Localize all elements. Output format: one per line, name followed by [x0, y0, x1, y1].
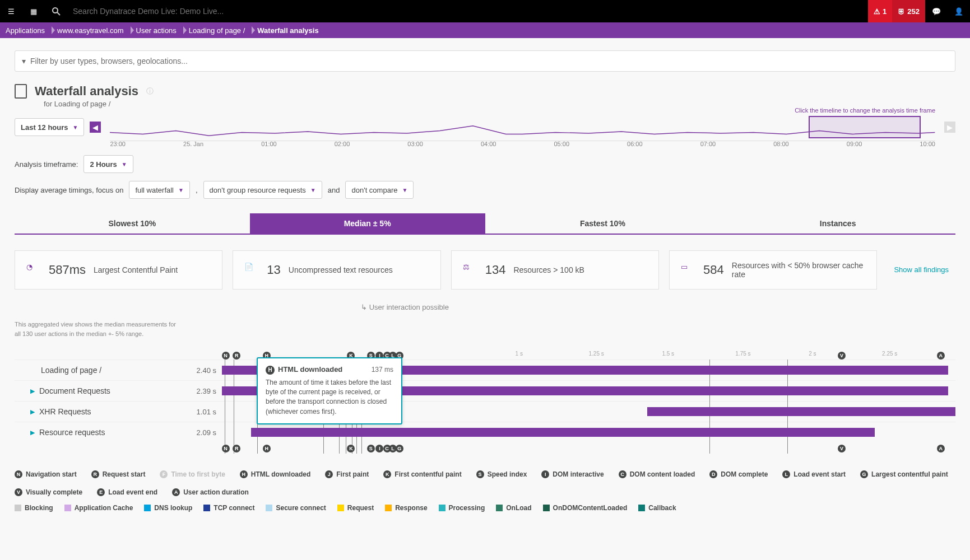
timing-legend-item: CDOM content loaded	[619, 470, 695, 478]
security-indicator[interactable]: ⛨ 252	[892, 0, 925, 22]
summary-card[interactable]: 📄13Uncompressed text resources	[233, 250, 440, 290]
color-swatch	[385, 505, 392, 511]
chat-icon[interactable]: 💬	[925, 0, 948, 22]
compare-dropdown[interactable]: don't compare▼	[345, 181, 414, 199]
color-legend-item: OnDOMContentLoaded	[543, 504, 628, 512]
timing-marker-R[interactable]: R	[233, 445, 240, 452]
color-swatch	[15, 505, 21, 511]
timing-legend-item: VVisually complete	[15, 488, 82, 496]
timing-legend-item: GLargest contentful paint	[860, 470, 948, 478]
breadcrumb-item[interactable]: Loading of page /	[189, 26, 255, 35]
timing-legend-item: LLoad event start	[782, 470, 846, 478]
card-icon: ◔	[26, 263, 41, 277]
focus-dropdown[interactable]: full waterfall▼	[129, 181, 190, 199]
legend-badge: E	[97, 488, 105, 496]
timing-legend-item: NNavigation start	[15, 470, 77, 478]
timing-legend-item: FTime to first byte	[160, 470, 225, 478]
timing-legend-item: JFirst paint	[325, 470, 369, 478]
timing-legend-item: SSpeed index	[476, 470, 527, 478]
alert-icon: ⚠	[874, 7, 880, 16]
timeline-selection[interactable]	[809, 116, 921, 138]
breadcrumb-item[interactable]: User actions	[136, 26, 187, 35]
expand-toggle[interactable]: ▶	[30, 429, 35, 436]
card-value: 13	[267, 263, 280, 277]
breadcrumb: Applicationswww.easytravel.comUser actio…	[0, 22, 970, 38]
problems-indicator[interactable]: ⚠ 1	[868, 0, 892, 22]
color-legend-item: Request	[337, 504, 374, 512]
analysis-tf-label: Analysis timeframe:	[15, 160, 78, 169]
tab-fastest-10-[interactable]: Fastest 10%	[485, 213, 721, 234]
timing-marker-A[interactable]: A	[937, 445, 945, 452]
breadcrumb-item[interactable]: www.easytravel.com	[57, 26, 133, 35]
waterfall-note: This aggregated view shows the median me…	[15, 320, 183, 338]
analysis-tf-value: 2 Hours	[90, 160, 117, 169]
timeline-prev-button[interactable]: ◀	[90, 122, 101, 133]
color-legend-item: Application Cache	[64, 504, 133, 512]
legend-badge: R	[91, 470, 99, 478]
card-value: 134	[485, 263, 506, 277]
breadcrumb-item[interactable]: Applications	[6, 26, 55, 35]
expand-toggle[interactable]: ▶	[30, 388, 35, 395]
timing-marker-H[interactable]: H	[263, 445, 271, 452]
interaction-possible-label: User interaction possible	[361, 303, 449, 311]
legend-badge: V	[15, 488, 22, 496]
timing-legend-item: IDOM interactive	[541, 470, 604, 478]
timing-legend-item: RRequest start	[91, 470, 146, 478]
analysis-timeframe-dropdown[interactable]: 2 Hours ▼	[83, 155, 133, 173]
tab-instances[interactable]: Instances	[720, 213, 955, 234]
search-container	[67, 7, 868, 16]
timeline-next-button[interactable]: ▶	[944, 122, 955, 133]
timing-marker-V[interactable]: V	[838, 445, 846, 452]
legend-badge: H	[240, 470, 248, 478]
summary-card[interactable]: ▭584Resources with < 50% browser cache r…	[669, 250, 877, 290]
mini-timeline[interactable]: Click the timeline to change the analysi…	[110, 116, 935, 138]
tooltip-value: 137 ms	[372, 366, 393, 374]
breadcrumb-item[interactable]: Waterfall analysis	[257, 26, 328, 35]
tooltip-title: HTML downloaded	[278, 365, 342, 374]
expand-toggle[interactable]: ▶	[30, 408, 35, 416]
security-count: 252	[907, 7, 920, 16]
tab-median-5-[interactable]: Median ± 5%	[250, 213, 485, 234]
legend-badge: D	[709, 470, 717, 478]
search-input[interactable]	[73, 7, 297, 16]
color-legend-item: Blocking	[15, 504, 53, 512]
info-icon[interactable]: ⓘ	[146, 86, 154, 96]
summary-card[interactable]: ◔587msLargest Contentful Paint	[15, 250, 222, 290]
problems-count: 1	[883, 7, 887, 16]
card-value: 584	[703, 263, 724, 277]
timing-marker-K[interactable]: K	[347, 445, 355, 452]
filter-bar[interactable]: ▾ Filter by user types, browsers, geoloc…	[15, 50, 955, 72]
summary-card[interactable]: ⚖134Resources > 100 kB	[451, 250, 659, 290]
waterfall-row: ▶XHR Requests1.01 s	[15, 401, 955, 422]
timing-legend-item: HHTML downloaded	[240, 470, 310, 478]
timing-marker-N[interactable]: N	[222, 445, 230, 452]
color-legend-item: Secure connect	[266, 504, 326, 512]
tab-slowest-10-[interactable]: Slowest 10%	[15, 213, 250, 234]
timerange-value: Last 12 hours	[21, 123, 68, 132]
user-menu[interactable]: 👤	[948, 0, 970, 22]
timing-legend-item: KFirst contentful paint	[383, 470, 461, 478]
row-value: 1.01 s	[188, 408, 216, 416]
timing-marker-G[interactable]: G	[396, 445, 403, 452]
chevron-down-icon: ▼	[73, 124, 78, 130]
timing-marker-I[interactable]: I	[375, 445, 383, 452]
timing-legend-item: AUser action duration	[172, 488, 249, 496]
filter-placeholder: Filter by user types, browsers, geolocat…	[30, 57, 188, 66]
dashboard-icon[interactable]: ▦	[22, 0, 45, 22]
color-swatch	[203, 505, 210, 511]
waterfall-row: Loading of page /2.40 s	[15, 360, 955, 380]
hamburger-menu[interactable]: ☰	[0, 0, 22, 22]
search-icon[interactable]	[45, 0, 67, 22]
timerange-dropdown[interactable]: Last 12 hours ▼	[15, 118, 84, 136]
timing-legend-item: DDOM complete	[709, 470, 768, 478]
timing-marker-S[interactable]: S	[367, 445, 375, 452]
color-legend-item: Callback	[638, 504, 676, 512]
show-all-findings-link[interactable]: Show all findings	[887, 264, 955, 276]
card-label: Resources with < 50% browser cache rate	[732, 261, 866, 279]
grouping-dropdown[interactable]: don't group resource requests▼	[203, 181, 322, 199]
row-name: Loading of page /	[15, 366, 188, 375]
timing-legend-item: ELoad event end	[97, 488, 157, 496]
legend-badge: I	[541, 470, 549, 478]
card-label: Resources > 100 kB	[513, 265, 584, 274]
legend-badge: J	[325, 470, 333, 478]
